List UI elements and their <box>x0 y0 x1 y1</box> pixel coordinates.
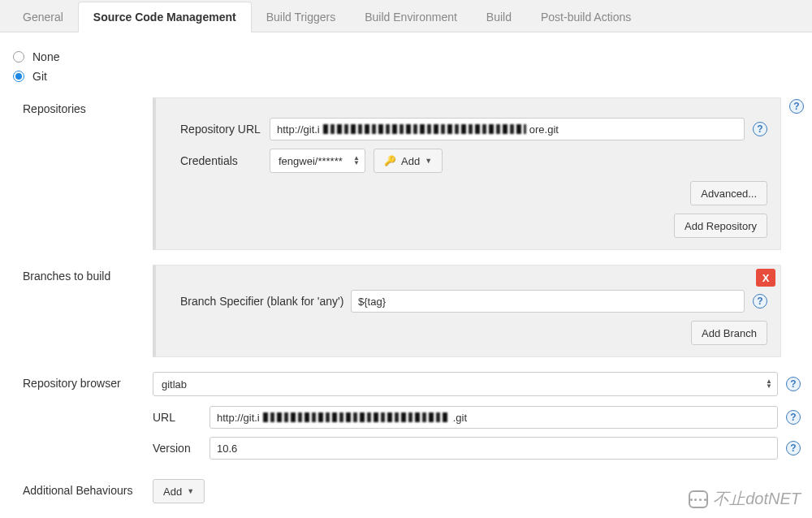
section-additional-behaviours: Additional Behaviours Add ▼ <box>23 479 801 503</box>
scm-option-none-label: None <box>32 50 59 63</box>
updown-icon: ▲▼ <box>353 156 360 166</box>
repo-url-prefix: http://git.i <box>277 123 320 136</box>
scm-panel: None Git Repositories ? Repository URL h… <box>0 32 812 518</box>
tab-build-triggers[interactable]: Build Triggers <box>252 2 351 32</box>
chevron-down-icon: ▼ <box>187 487 194 495</box>
chevron-down-icon: ▼ <box>425 157 432 165</box>
tab-post-build[interactable]: Post-build Actions <box>526 2 646 32</box>
browser-url-label: URL <box>153 411 201 424</box>
tab-general[interactable]: General <box>8 2 78 32</box>
add-behaviour-button[interactable]: Add ▼ <box>153 479 205 503</box>
browser-version-input[interactable] <box>209 437 778 460</box>
updown-icon: ▲▼ <box>766 379 772 389</box>
branch-specifier-label: Branch Specifier (blank for 'any') <box>180 295 351 308</box>
tab-build[interactable]: Build <box>472 2 526 32</box>
help-icon[interactable]: ? <box>786 410 801 425</box>
browser-version-row: Version ? <box>23 437 801 460</box>
scm-option-none[interactable]: None <box>13 50 801 63</box>
add-credentials-label: Add <box>401 155 420 167</box>
branch-specifier-input[interactable] <box>351 290 745 313</box>
credentials-value: fengwei/****** <box>279 155 343 167</box>
tab-build-environment[interactable]: Build Environment <box>350 2 472 32</box>
help-icon[interactable]: ? <box>786 377 801 391</box>
repo-browser-select[interactable]: gitlab ▲▼ <box>153 372 778 396</box>
help-icon[interactable]: ? <box>753 294 767 309</box>
repo-browser-label: Repository browser <box>23 372 153 390</box>
browser-url-row: URL http://git.i .git ? <box>23 406 801 429</box>
config-tabs: General Source Code Management Build Tri… <box>0 0 812 32</box>
remove-branch-button[interactable]: X <box>756 269 775 287</box>
help-icon[interactable]: ? <box>786 441 801 455</box>
add-behaviour-label: Add <box>163 486 182 498</box>
repo-url-suffix: ore.git <box>529 123 559 136</box>
redacted-text <box>323 124 526 134</box>
browser-url-input[interactable]: http://git.i .git <box>209 406 778 429</box>
radio-icon <box>13 71 24 82</box>
section-repositories: Repositories ? Repository URL http://git… <box>23 97 801 250</box>
credentials-select[interactable]: fengwei/****** ▲▼ <box>270 149 365 173</box>
browser-url-suffix: .git <box>453 412 467 424</box>
section-repo-browser: Repository browser gitlab ▲▼ ? <box>23 372 801 396</box>
browser-url-prefix: http://git.i <box>217 412 260 424</box>
help-icon[interactable]: ? <box>789 99 804 114</box>
add-branch-button[interactable]: Add Branch <box>691 321 767 345</box>
section-branches: Branches to build X Branch Specifier (bl… <box>23 265 801 357</box>
additional-behaviours-label: Additional Behaviours <box>23 479 153 497</box>
radio-icon <box>13 51 24 63</box>
branches-label: Branches to build <box>23 265 153 283</box>
scm-option-git-label: Git <box>32 70 47 83</box>
add-repository-button[interactable]: Add Repository <box>674 214 767 238</box>
repo-url-input[interactable]: http://git.i ore.git <box>270 118 745 140</box>
scm-option-git[interactable]: Git <box>13 70 801 83</box>
repo-browser-value: gitlab <box>162 378 187 391</box>
repositories-label: Repositories <box>23 97 153 115</box>
browser-version-label: Version <box>153 442 201 455</box>
help-icon[interactable]: ? <box>753 122 767 136</box>
credentials-label: Credentials <box>180 154 270 167</box>
key-icon: 🔑 <box>384 155 396 166</box>
advanced-button[interactable]: Advanced... <box>690 181 767 205</box>
redacted-text <box>263 412 450 422</box>
add-credentials-button[interactable]: 🔑 Add ▼ <box>374 149 443 173</box>
tab-scm[interactable]: Source Code Management <box>78 2 252 32</box>
repo-url-label: Repository URL <box>180 123 270 136</box>
